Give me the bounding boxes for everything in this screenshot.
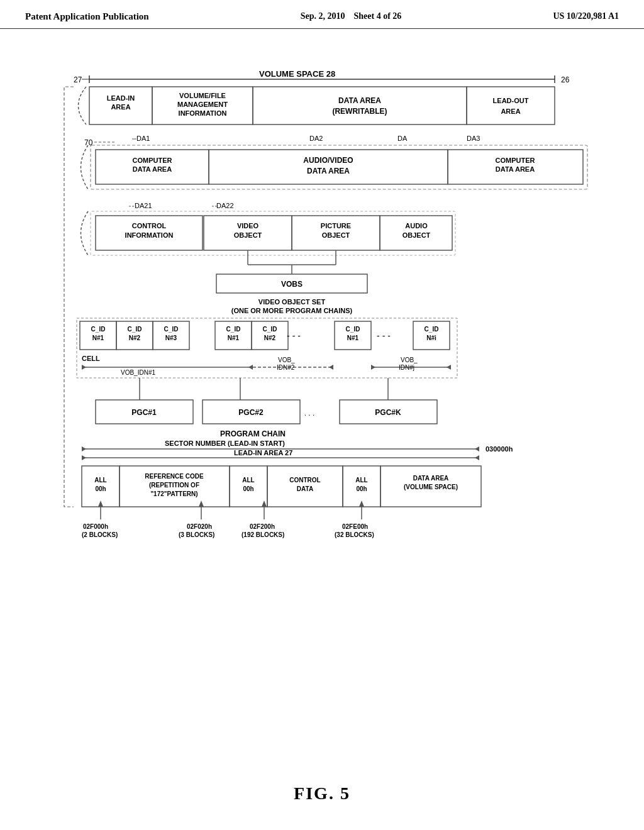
svg-text:C_ID: C_ID	[346, 326, 360, 333]
svg-marker-148	[359, 501, 364, 507]
svg-text:CONTROL: CONTROL	[289, 477, 320, 484]
svg-text:N#1: N#1	[92, 335, 104, 341]
svg-text:MANAGEMENT: MANAGEMENT	[177, 101, 228, 108]
svg-text:00h: 00h	[243, 485, 253, 492]
label-27: 27	[74, 75, 82, 84]
svg-text:C_ID: C_ID	[128, 326, 142, 333]
svg-text:DATA: DATA	[297, 485, 313, 492]
svg-text:DA2: DA2	[309, 135, 323, 142]
svg-text:PICTURE: PICTURE	[321, 222, 351, 230]
svg-text:N#2: N#2	[264, 335, 276, 341]
svg-text:DA: DA	[397, 135, 408, 142]
svg-text:02F000h: 02F000h	[83, 523, 108, 530]
label-volume-space: VOLUME SPACE 28	[259, 69, 335, 79]
svg-text:DATA AREA: DATA AREA	[496, 165, 535, 173]
svg-text:VOB_: VOB_	[401, 357, 418, 363]
svg-text:LEAD-OUT: LEAD-OUT	[493, 97, 529, 104]
svg-marker-89	[329, 365, 333, 370]
svg-text:ALL: ALL	[242, 477, 254, 484]
svg-text:N#1: N#1	[228, 335, 240, 341]
svg-text:SECTOR NUMBER (LEAD-IN START): SECTOR NUMBER (LEAD-IN START)	[165, 440, 285, 447]
svg-text:(192 BLOCKS): (192 BLOCKS)	[242, 531, 284, 538]
page-header: Patent Application Publication Sep. 2, 2…	[0, 0, 644, 29]
patent-number: US 10/220,981 A1	[553, 11, 619, 21]
svg-text:OBJECT: OBJECT	[322, 231, 350, 239]
svg-text:VOB_IDN#1: VOB_IDN#1	[121, 369, 155, 376]
svg-text:ALL: ALL	[355, 477, 367, 484]
sheet-info: Sheet 4 of 26	[354, 11, 402, 21]
svg-text:VOBS: VOBS	[281, 280, 303, 289]
svg-text:COMPUTER: COMPUTER	[133, 157, 172, 164]
svg-text:(REWRITABLE): (REWRITABLE)	[332, 107, 387, 116]
svg-text:AUDIO/VIDEO: AUDIO/VIDEO	[303, 156, 353, 165]
svg-text:C_ID: C_ID	[425, 326, 439, 333]
svg-text:IDN#2: IDN#2	[277, 364, 295, 371]
svg-text:CELL: CELL	[82, 355, 100, 362]
svg-text:"172"PATTERN): "172"PATTERN)	[150, 490, 197, 497]
svg-text:DATA AREA: DATA AREA	[133, 165, 172, 173]
svg-text:- - -: - - -	[287, 331, 301, 341]
figure-5-diagram: 27 VOLUME SPACE 28 26 LEAD-IN AREA VOLUM…	[39, 48, 605, 771]
svg-text:DA1: DA1	[136, 135, 150, 142]
svg-text:00h: 00h	[95, 485, 106, 492]
svg-text:AUDIO: AUDIO	[405, 222, 428, 230]
label-26: 26	[561, 75, 570, 84]
svg-rect-14	[467, 87, 555, 124]
svg-text:N#2: N#2	[129, 335, 141, 341]
svg-marker-114	[475, 455, 479, 460]
svg-text:C_ID: C_ID	[263, 326, 277, 333]
svg-text:PROGRAM CHAIN: PROGRAM CHAIN	[220, 429, 286, 438]
svg-text:CONTROL: CONTROL	[132, 222, 167, 230]
svg-marker-108	[82, 446, 86, 451]
svg-text:(2 BLOCKS): (2 BLOCKS)	[82, 531, 118, 538]
svg-text:C_ID: C_ID	[164, 326, 179, 333]
svg-marker-144	[262, 501, 267, 507]
svg-text:DATA AREA: DATA AREA	[338, 96, 381, 105]
svg-text:02F020h: 02F020h	[187, 523, 212, 530]
svg-rect-11	[253, 87, 467, 124]
svg-text:DA3: DA3	[467, 135, 480, 142]
svg-marker-136	[98, 501, 103, 507]
svg-text:C_ID: C_ID	[226, 326, 241, 333]
svg-text:LEAD-IN AREA 27: LEAD-IN AREA 27	[234, 449, 292, 456]
svg-marker-109	[475, 446, 479, 451]
svg-text:C_ID: C_ID	[91, 326, 106, 333]
svg-text:VOB_: VOB_	[278, 357, 295, 363]
svg-text:DA22: DA22	[216, 202, 234, 209]
svg-text:DA21: DA21	[135, 202, 152, 209]
svg-text:OBJECT: OBJECT	[234, 231, 262, 239]
figure-label: FIG. 5	[38, 783, 606, 804]
svg-text:(32 BLOCKS): (32 BLOCKS)	[335, 531, 374, 538]
svg-text:. . .: . . .	[304, 409, 315, 418]
svg-text:02FE00h: 02FE00h	[342, 523, 368, 530]
svg-text:N#3: N#3	[165, 335, 177, 341]
svg-marker-85	[248, 365, 253, 370]
svg-text:VOLUME/FILE: VOLUME/FILE	[179, 92, 226, 99]
svg-marker-94	[371, 365, 375, 370]
svg-text:DATA AREA: DATA AREA	[413, 475, 449, 482]
svg-text:- - -: - - -	[377, 331, 391, 341]
svg-text:02F200h: 02F200h	[250, 523, 275, 530]
svg-text:OBJECT: OBJECT	[402, 231, 431, 239]
svg-marker-113	[82, 455, 86, 460]
svg-text:VIDEO OBJECT SET: VIDEO OBJECT SET	[258, 298, 326, 306]
svg-marker-140	[199, 501, 204, 507]
svg-text:INFORMATION: INFORMATION	[179, 109, 227, 117]
svg-text:PGC#K: PGC#K	[375, 408, 401, 417]
publication-title: Patent Application Publication	[25, 11, 149, 22]
svg-text:(ONE OR MORE PROGRAM CHAINS): (ONE OR MORE PROGRAM CHAINS)	[231, 307, 353, 314]
svg-text:LEAD-IN: LEAD-IN	[107, 94, 135, 102]
svg-text:INFORMATION: INFORMATION	[125, 231, 174, 239]
header-center: Sep. 2, 2010 Sheet 4 of 26	[301, 11, 402, 21]
svg-text:ALL: ALL	[94, 477, 106, 484]
svg-text:N#i: N#i	[426, 335, 436, 341]
svg-text:VIDEO: VIDEO	[237, 222, 259, 230]
svg-text:AREA: AREA	[111, 103, 130, 111]
svg-marker-93	[447, 365, 451, 370]
svg-marker-84	[82, 365, 86, 370]
svg-text:REFERENCE CODE: REFERENCE CODE	[145, 473, 204, 480]
svg-text:(3 BLOCKS): (3 BLOCKS)	[179, 531, 214, 538]
svg-text:PGC#1: PGC#1	[131, 408, 157, 417]
svg-text:00h: 00h	[356, 485, 367, 492]
publication-date: Sep. 2, 2010	[301, 11, 345, 21]
